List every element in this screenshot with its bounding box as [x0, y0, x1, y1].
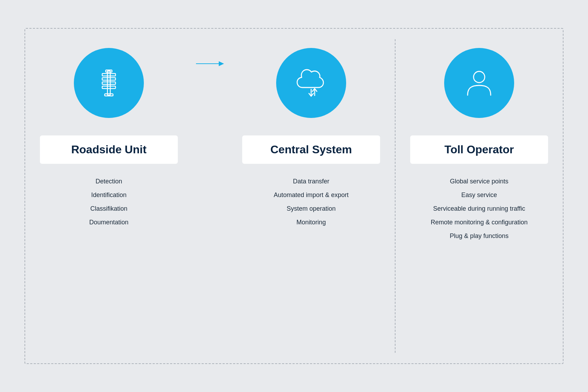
- svg-point-11: [474, 71, 485, 83]
- right-arrow-icon: [196, 58, 224, 69]
- feature-remote-monitoring: Remote monitoring & configuration: [430, 219, 527, 226]
- central-system-title-box: Central System: [242, 135, 380, 164]
- toll-operator-title-box: Toll Operator: [410, 135, 548, 164]
- feature-detection: Detection: [89, 178, 128, 185]
- feature-data-transfer: Data transfer: [274, 178, 349, 185]
- feature-doumentation: Doumentation: [89, 219, 128, 226]
- svg-marker-8: [219, 61, 224, 66]
- feature-classifikation: Classifikation: [89, 205, 128, 212]
- columns-layout: Roadside Unit Detection Identification C…: [25, 29, 563, 363]
- svg-rect-3: [102, 82, 115, 84]
- central-system-column: Central System Data transfer Automated i…: [227, 29, 395, 363]
- central-system-features: Data transfer Automated import & export …: [274, 178, 349, 226]
- feature-monitoring: Monitoring: [274, 219, 349, 226]
- roadside-unit-title-box: Roadside Unit: [40, 135, 178, 164]
- feature-identification: Identification: [89, 191, 128, 199]
- feature-serviceable-running: Serviceable during running traffic: [430, 205, 527, 212]
- page-background: Roadside Unit Detection Identification C…: [0, 0, 588, 392]
- cloud-sync-icon: [295, 67, 327, 99]
- roadside-unit-column: Roadside Unit Detection Identification C…: [25, 29, 192, 363]
- roadside-unit-circle: [74, 48, 144, 118]
- roadside-unit-features: Detection Identification Classifikation …: [89, 178, 128, 226]
- svg-rect-0: [107, 71, 110, 95]
- toll-operator-features: Global service points Easy service Servi…: [430, 178, 527, 240]
- feature-global-service: Global service points: [430, 178, 527, 185]
- arrow-connector: [192, 48, 227, 69]
- svg-rect-4: [102, 86, 115, 89]
- roadside-unit-title: Roadside Unit: [54, 143, 164, 156]
- feature-easy-service: Easy service: [430, 191, 527, 199]
- feature-plug-play: Plug & play functions: [430, 232, 527, 240]
- toll-operator-circle: [444, 48, 514, 118]
- central-system-circle: [276, 48, 346, 118]
- main-diagram-box: Roadside Unit Detection Identification C…: [24, 28, 564, 364]
- antenna-icon: [93, 67, 125, 99]
- feature-automated-import-export: Automated import & export: [274, 191, 349, 199]
- feature-system-operation: System operation: [274, 205, 349, 212]
- central-system-title: Central System: [256, 143, 366, 156]
- toll-operator-column: Toll Operator Global service points Easy…: [396, 29, 563, 363]
- svg-rect-2: [102, 78, 115, 80]
- toll-operator-title: Toll Operator: [424, 143, 534, 156]
- svg-rect-1: [102, 74, 115, 76]
- person-icon: [463, 67, 495, 99]
